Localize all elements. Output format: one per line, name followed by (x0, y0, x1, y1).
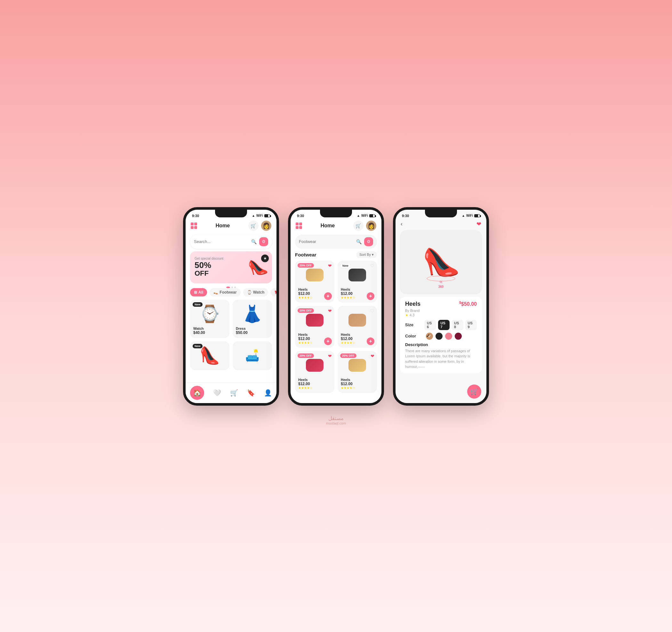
dot-2 (231, 286, 233, 288)
add-button-3[interactable]: + (324, 337, 332, 345)
product-card-heels[interactable]: New 👠 (190, 341, 230, 370)
size-us8[interactable]: US 8 (452, 320, 463, 330)
battery-3 (474, 214, 480, 217)
status-icons-1: ▲ WiFi (252, 214, 270, 217)
favorite-icon-1[interactable]: ❤ (328, 263, 332, 268)
discount-badge-1: 20% OFF (297, 263, 314, 268)
fw-name-3: Heels (298, 333, 331, 336)
add-to-cart-button[interactable]: 🛒 (467, 384, 481, 399)
search-bar-1[interactable]: 🔍 ⚙ (190, 235, 272, 249)
fw-card-5[interactable]: 20% OFF ❤ Heels $12.00 ★★★★☆ (295, 351, 334, 393)
time-3: 9:30 (402, 214, 409, 218)
back-button[interactable]: ‹ (401, 220, 403, 227)
category-watch[interactable]: ⌚ Watch (243, 288, 268, 297)
product-card-dress[interactable]: 👗 Dress $50.00 (233, 300, 272, 338)
search-input-2[interactable] (299, 239, 354, 244)
discount-badge-6: 20% OFF (340, 353, 357, 358)
search-input-1[interactable] (194, 239, 249, 244)
notch-2 (320, 210, 352, 217)
favorite-icon-4[interactable]: ♡ (370, 308, 375, 313)
banner-star-icon: ★ (261, 255, 269, 262)
favorite-icon-2[interactable]: ♡ (370, 263, 375, 268)
filter-button-1[interactable]: ⚙ (259, 237, 268, 246)
sort-chevron-icon: ▾ (372, 253, 374, 257)
category-all[interactable]: ⊞ All (190, 288, 207, 297)
battery-1 (264, 214, 270, 217)
avatar-1[interactable]: 👩 (261, 220, 271, 231)
search-icon-1: 🔍 (251, 239, 257, 244)
fw-card-3[interactable]: 20% OFF ❤ Heels $12.00 ★★★★☆ + (295, 306, 334, 348)
product-price-watch: $40.00 (193, 330, 226, 335)
categories-1: ⊞ All 👡 Footwear ⌚ Watch 🎀 (186, 288, 277, 300)
phone-detail: 9:30 ▲ WiFi ‹ ❤ 👠 « 360 (393, 207, 489, 406)
product-image-dress: 👗 (236, 303, 269, 325)
detail-favorite-button[interactable]: ❤ (477, 220, 481, 228)
sort-button[interactable]: Sort By ▾ (356, 251, 377, 258)
category-footwear[interactable]: 👡 Footwear (210, 288, 240, 297)
favorite-icon-6[interactable]: ❤ (370, 353, 375, 358)
color-tan[interactable]: ✓ (426, 333, 433, 340)
phone-footwear: 9:30 ▲ WiFi Home 🛒 👩 (288, 207, 384, 406)
size-row: Size US 6 US 7 US 8 US 9 (405, 320, 477, 330)
product-view-area: 👠 « 360 (400, 230, 482, 294)
nav-cart[interactable]: 🛒 (230, 389, 238, 397)
search-icon-2: 🔍 (356, 239, 362, 244)
add-button-4[interactable]: + (367, 337, 375, 345)
banner-text: Get special discount 50% OFF (195, 257, 248, 278)
color-black[interactable] (435, 333, 442, 340)
add-button-2[interactable]: + (367, 292, 375, 300)
rotation-ring (427, 276, 455, 281)
size-us7[interactable]: US 7 (438, 320, 450, 330)
fw-card-6[interactable]: 20% OFF ❤ Heels $12.00 ★★★★☆ (338, 351, 377, 393)
fw-name-1: Heels (298, 287, 331, 291)
nav-home[interactable]: 🏠 (190, 386, 204, 400)
cart-button-1[interactable]: 🛒 (248, 220, 259, 231)
phone-home: 9:30 ▲ WiFi Home 🛒 👩 (183, 207, 279, 406)
fw-card-1[interactable]: 20% OFF ❤ Heels $12.00 ★★★★☆ + (295, 261, 334, 303)
description-text: There are many variations of passages of… (405, 348, 477, 370)
fw-name-6: Heels (341, 378, 374, 382)
favorite-icon-5[interactable]: ❤ (328, 353, 332, 358)
grid-icon-2[interactable] (296, 223, 302, 229)
time-2: 9:30 (297, 214, 304, 218)
fw-price-6: $12.00 (341, 382, 374, 386)
color-options: ✓ (426, 333, 462, 340)
fw-name-4: Heels (341, 333, 374, 336)
product-name-detail: Heels (405, 301, 421, 307)
footwear-grid: 20% OFF ❤ Heels $12.00 ★★★★☆ + New ♡ (291, 261, 381, 393)
favorite-icon-3[interactable]: ❤ (328, 308, 332, 313)
bottom-nav-1: 🏠 🤍 🛒 🔖 👤 (186, 382, 277, 403)
phones-container: 9:30 ▲ WiFi Home 🛒 👩 (183, 207, 489, 406)
size-us9[interactable]: US 9 (465, 320, 477, 330)
nav-saved[interactable]: 🔖 (247, 389, 255, 397)
footwear-search-bar[interactable]: 🔍 ⚙ (295, 235, 377, 249)
detail-topbar: ‹ ❤ (395, 219, 486, 230)
section-title-footwear: Footwear (295, 252, 316, 257)
avatar-2[interactable]: 👩 (366, 220, 376, 231)
nav-favorites[interactable]: 🤍 (213, 389, 221, 397)
new-badge-2: New (340, 263, 351, 268)
nav-profile[interactable]: 👤 (264, 389, 272, 397)
watermark-logo: مستقل (326, 415, 346, 421)
status-icons-2: ▲ WiFi (357, 214, 375, 217)
category-other[interactable]: 🎀 (271, 288, 277, 297)
add-button-1[interactable]: + (324, 292, 332, 300)
product-card-watch[interactable]: New ⌚ Watch $40.00 (190, 300, 230, 338)
fw-price-5: $12.00 (298, 382, 331, 386)
color-pink[interactable] (445, 333, 452, 340)
size-us6[interactable]: US 6 (424, 320, 436, 330)
watch-label: Watch (253, 290, 265, 295)
banner-amount: 50% (195, 261, 248, 269)
product-card-misc[interactable]: 🛋️ (233, 341, 272, 370)
color-maroon[interactable] (455, 333, 462, 340)
filter-button-2[interactable]: ⚙ (364, 237, 373, 246)
product-name-dress: Dress (236, 327, 269, 330)
watermark-url: mostaql.com (326, 421, 346, 425)
rating-star-icon: ★ (405, 313, 408, 317)
grid-icon[interactable] (191, 223, 197, 229)
fw-card-2[interactable]: New ♡ Heels $12.00 ★★★★☆ + (338, 261, 377, 303)
cart-button-2[interactable]: 🛒 (353, 220, 363, 231)
promo-banner-1[interactable]: Get special discount 50% OFF 👠 ★ (190, 251, 272, 283)
size-label: Size (405, 322, 421, 327)
fw-card-4[interactable]: ♡ Heels $12.00 ★★★★☆ + (338, 306, 377, 348)
